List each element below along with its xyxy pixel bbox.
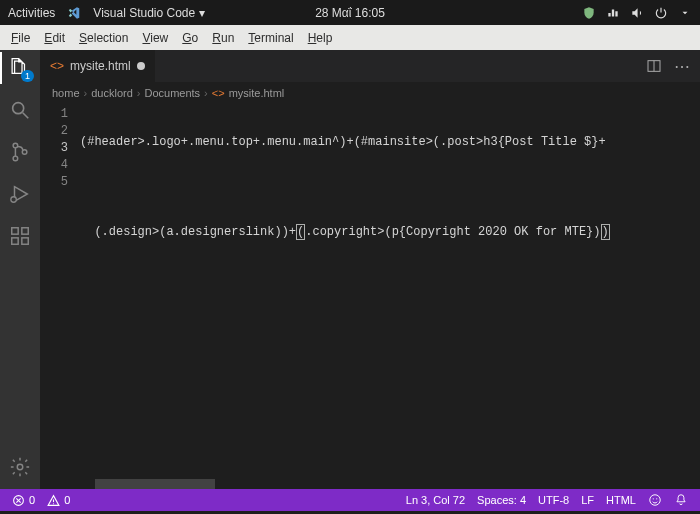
speaker-icon[interactable] bbox=[630, 6, 644, 20]
code-line[interactable] bbox=[80, 314, 678, 331]
source-control-icon[interactable] bbox=[8, 140, 32, 164]
svg-point-0 bbox=[13, 103, 24, 114]
svg-rect-7 bbox=[12, 238, 18, 244]
status-feedback-icon[interactable] bbox=[642, 493, 668, 507]
code-line[interactable]: (#header>.logo+.menu.top+.menu.main^)+(#… bbox=[80, 134, 678, 151]
editor-area: <> mysite.html ⋯ home › ducklord › Docum… bbox=[40, 50, 700, 489]
code-editor[interactable]: 1 2 3 4 5 (#header>.logo+.menu.top+.menu… bbox=[40, 104, 700, 479]
code-line[interactable]: (.design>(a.designerslink))+(.copyright>… bbox=[80, 224, 678, 241]
menu-run[interactable]: Run bbox=[205, 31, 241, 45]
status-lncol[interactable]: Ln 3, Col 72 bbox=[400, 493, 471, 507]
explorer-icon[interactable]: 1 bbox=[8, 56, 32, 80]
more-actions-icon[interactable]: ⋯ bbox=[674, 57, 690, 76]
breadcrumb[interactable]: home › ducklord › Documents › <> mysite.… bbox=[40, 82, 700, 104]
menu-selection[interactable]: Selection bbox=[72, 31, 135, 45]
tab-mysite[interactable]: <> mysite.html bbox=[40, 50, 156, 82]
selection-box: ) bbox=[601, 224, 610, 240]
svg-point-19 bbox=[653, 498, 654, 499]
chevron-right-icon: › bbox=[204, 87, 208, 99]
tab-label: mysite.html bbox=[70, 59, 131, 73]
run-debug-icon[interactable] bbox=[8, 182, 32, 206]
status-eol[interactable]: LF bbox=[575, 493, 600, 507]
status-warnings[interactable]: 0 bbox=[41, 494, 76, 507]
explorer-badge: 1 bbox=[21, 70, 34, 82]
svg-point-10 bbox=[17, 464, 23, 470]
dropdown-icon[interactable] bbox=[678, 6, 692, 20]
status-errors[interactable]: 0 bbox=[6, 494, 41, 507]
status-bar: 0 0 Ln 3, Col 72 Spaces: 4 UTF-8 LF HTML bbox=[0, 489, 700, 511]
horizontal-scrollbar[interactable] bbox=[40, 479, 700, 489]
vscode-icon bbox=[67, 6, 81, 20]
status-spaces[interactable]: Spaces: 4 bbox=[471, 493, 532, 507]
power-icon[interactable] bbox=[654, 6, 668, 20]
status-encoding[interactable]: UTF-8 bbox=[532, 493, 575, 507]
search-icon[interactable] bbox=[8, 98, 32, 122]
svg-point-2 bbox=[13, 143, 18, 148]
svg-rect-9 bbox=[22, 228, 28, 234]
vscode-window: 1 <> mysite.html ⋯ bbox=[0, 50, 700, 489]
menu-help[interactable]: Help bbox=[301, 31, 340, 45]
activities-button[interactable]: Activities bbox=[8, 6, 55, 20]
svg-point-18 bbox=[650, 495, 661, 506]
menu-terminal[interactable]: Terminal bbox=[241, 31, 300, 45]
crumb-user[interactable]: ducklord bbox=[91, 87, 133, 99]
code-content[interactable]: (#header>.logo+.menu.top+.menu.main^)+(#… bbox=[80, 104, 678, 479]
status-bell-icon[interactable] bbox=[668, 493, 694, 507]
html-file-icon: <> bbox=[212, 87, 225, 99]
menu-file[interactable]: File bbox=[4, 31, 37, 45]
split-editor-icon[interactable] bbox=[646, 58, 662, 74]
settings-gear-icon[interactable] bbox=[8, 455, 32, 479]
crumb-file[interactable]: mysite.html bbox=[229, 87, 285, 99]
svg-point-4 bbox=[22, 150, 27, 155]
svg-point-20 bbox=[656, 498, 657, 499]
status-language[interactable]: HTML bbox=[600, 493, 642, 507]
scrollbar-thumb[interactable] bbox=[95, 479, 215, 489]
clock[interactable]: 28 Μαΐ 16:05 bbox=[315, 6, 385, 20]
activity-bar: 1 bbox=[0, 50, 40, 489]
svg-rect-8 bbox=[22, 238, 28, 244]
line-gutter: 1 2 3 4 5 bbox=[40, 104, 80, 479]
svg-rect-6 bbox=[12, 228, 18, 234]
tab-dirty-dot-icon bbox=[137, 62, 145, 70]
chevron-right-icon: › bbox=[84, 87, 88, 99]
tab-bar: <> mysite.html ⋯ bbox=[40, 50, 700, 82]
network-icon[interactable] bbox=[606, 6, 620, 20]
shield-icon[interactable] bbox=[582, 6, 596, 20]
svg-line-1 bbox=[23, 113, 29, 119]
crumb-docs[interactable]: Documents bbox=[144, 87, 200, 99]
selection-box: ( bbox=[296, 224, 305, 240]
chevron-right-icon: › bbox=[137, 87, 141, 99]
svg-point-3 bbox=[13, 156, 18, 161]
gnome-top-bar: Activities Visual Studio Code ▾ 28 Μαΐ 1… bbox=[0, 0, 700, 25]
svg-point-17 bbox=[53, 503, 54, 504]
minimap[interactable] bbox=[678, 104, 700, 479]
html-file-icon: <> bbox=[50, 59, 64, 73]
code-line[interactable] bbox=[80, 179, 678, 196]
menu-go[interactable]: Go bbox=[175, 31, 205, 45]
crumb-home[interactable]: home bbox=[52, 87, 80, 99]
app-menu[interactable]: Visual Studio Code ▾ bbox=[93, 6, 204, 20]
extensions-icon[interactable] bbox=[8, 224, 32, 248]
menu-edit[interactable]: Edit bbox=[37, 31, 72, 45]
svg-point-5 bbox=[11, 197, 17, 203]
code-line[interactable] bbox=[80, 269, 678, 286]
vscode-menubar: File Edit Selection View Go Run Terminal… bbox=[0, 25, 700, 50]
menu-view[interactable]: View bbox=[135, 31, 175, 45]
